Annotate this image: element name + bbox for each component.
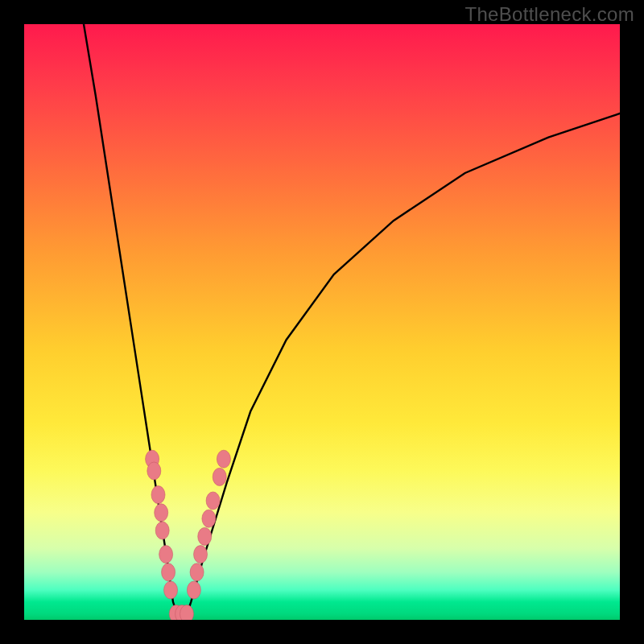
data-dots: [146, 450, 231, 620]
data-dot: [159, 546, 173, 564]
watermark-text: TheBottleneck.com: [464, 3, 634, 26]
data-dot: [155, 504, 168, 522]
data-dot: [206, 492, 220, 510]
data-dot: [190, 564, 204, 581]
data-dot: [164, 581, 178, 599]
data-dot: [151, 486, 165, 504]
data-dot: [180, 605, 194, 620]
data-dot: [187, 581, 200, 599]
plot-area: [24, 24, 620, 620]
data-dot: [202, 510, 216, 527]
data-dot: [194, 546, 208, 564]
data-dot: [217, 450, 230, 468]
curve-svg: [24, 24, 620, 620]
outer-frame: TheBottleneck.com: [0, 0, 644, 644]
data-dot: [155, 522, 169, 539]
data-dot: [213, 468, 226, 485]
data-dot: [162, 564, 175, 581]
data-dot: [198, 527, 212, 545]
data-dot: [147, 462, 161, 480]
